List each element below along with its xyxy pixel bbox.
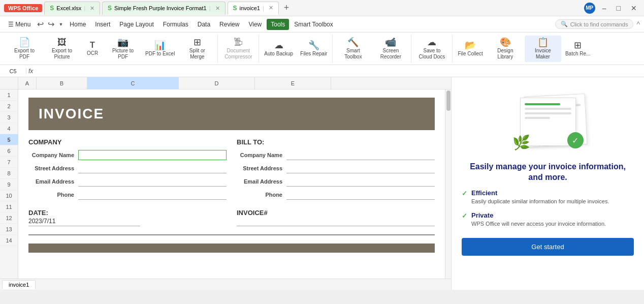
toolbar: 📄 Export to PDF 🖼 Export to Picture T OC… <box>0 33 644 65</box>
batch-icon: ⊞ <box>574 41 582 50</box>
wps-button[interactable]: WPS Office <box>4 4 42 12</box>
row-10[interactable]: 10 <box>0 190 18 201</box>
batch-button[interactable]: ⊞ Batch Re... <box>562 36 593 62</box>
get-started-button[interactable]: Get started <box>462 238 634 256</box>
picture-to-pdf-icon: 📷 <box>117 38 128 47</box>
ocr-button[interactable]: T OCR <box>81 36 104 62</box>
menu-formulas[interactable]: Formulas <box>159 19 192 30</box>
split-merge-button[interactable]: ⊞ Split or Merge <box>179 36 215 62</box>
invoice-maker-button[interactable]: 📋 Invoice Maker <box>525 36 561 62</box>
toolbar-group-cloud: ☁ Auto Backup 🔧 Files Repair <box>259 35 333 63</box>
email-address-field: Email Address <box>28 176 227 187</box>
export-pdf-button[interactable]: 📄 Export to PDF <box>6 36 43 62</box>
export-picture-button[interactable]: 🖼 Export to Picture <box>44 36 80 62</box>
toolbar-group-save: ☁ Save to Cloud Docs <box>411 35 453 63</box>
invoice-maker-icon: 📋 <box>537 38 549 47</box>
menu-smart-toolbox[interactable]: Smart Toolbox <box>290 19 337 30</box>
simple-tab-close[interactable]: ✕ <box>215 5 220 12</box>
menu-insert[interactable]: Insert <box>91 19 114 30</box>
row-12[interactable]: 12 <box>0 212 18 224</box>
menu-page-layout[interactable]: Page Layout <box>115 19 157 30</box>
row-8[interactable]: 8 <box>0 168 18 179</box>
screen-recorder-button[interactable]: 📹 Screen Recorder <box>372 36 409 62</box>
row-5[interactable]: 5 <box>0 134 18 145</box>
tab-excel[interactable]: S Excel.xlsx | ✕ <box>44 2 100 15</box>
pdf-to-excel-button[interactable]: 📊 PDF to Excel <box>142 36 178 62</box>
illustration-container: 🌿 ✓ <box>502 87 594 154</box>
row-4[interactable]: 4 <box>0 123 18 134</box>
row-13[interactable]: 13 <box>0 224 18 235</box>
collapse-ribbon-button[interactable]: ^ <box>636 20 640 28</box>
col-header-d[interactable]: D <box>179 77 255 89</box>
files-repair-button[interactable]: 🔧 Files Repair <box>297 36 330 62</box>
row-7[interactable]: 7 <box>0 157 18 168</box>
row-9[interactable]: 9 <box>0 179 18 190</box>
row-14[interactable]: 14 <box>0 235 18 246</box>
billto-company-name-input[interactable] <box>286 150 435 160</box>
menu-data[interactable]: Data <box>194 19 214 30</box>
smart-toolbox-button[interactable]: 🔨 Smart Toolbox <box>335 36 371 62</box>
billto-street-input[interactable] <box>286 163 435 173</box>
undo-button[interactable]: ↩ <box>36 18 45 30</box>
date-value: 2023/7/11 <box>28 218 227 225</box>
tab-split-1: | <box>84 5 85 11</box>
row-11[interactable]: 11 <box>0 201 18 212</box>
leaf-decoration: 🌿 <box>512 134 530 151</box>
menu-button[interactable]: ☰ Menu <box>4 19 35 30</box>
tab-simple[interactable]: S Simple Fresh Purple Invoice Format1 | … <box>102 2 225 15</box>
date-line <box>28 226 140 226</box>
row-6[interactable]: 6 <box>0 145 18 157</box>
billto-company-name-field: Company Name <box>237 150 435 160</box>
excel-tab-label: Excel.xlsx <box>56 5 81 11</box>
add-tab-button[interactable]: + <box>281 3 293 13</box>
billto-email-input[interactable] <box>286 176 435 187</box>
illus-front-line-2 <box>525 108 571 110</box>
minimize-button[interactable]: – <box>599 3 609 13</box>
search-box[interactable]: 🔍 Click to find commands <box>555 19 634 29</box>
save-cloud-button[interactable]: ☁ Save to Cloud Docs <box>413 36 450 62</box>
street-address-input[interactable] <box>78 163 227 173</box>
company-name-input[interactable] <box>78 150 227 160</box>
invoice-company-col: COMPANY Company Name Street Address Emai… <box>28 138 227 203</box>
email-address-input[interactable] <box>78 176 227 187</box>
vertical-scrollbar[interactable] <box>445 89 451 279</box>
row-3[interactable]: 3 <box>0 112 18 123</box>
doc-compressor-button[interactable]: 🗜 Document Compressor <box>220 36 256 62</box>
save-cloud-icon: ☁ <box>427 38 436 47</box>
picture-to-pdf-button[interactable]: 📷 Picture to PDF <box>105 36 141 62</box>
row-1[interactable]: 1 <box>0 89 18 101</box>
invoice-header: INVOICE <box>28 98 435 130</box>
menu-home[interactable]: Home <box>66 19 90 30</box>
billto-phone-field: Phone <box>237 190 435 200</box>
simple-tab-icon: S <box>108 5 112 12</box>
billto-phone-input[interactable] <box>286 190 435 200</box>
tab-invoice1[interactable]: S invoice1 | ✕ <box>228 2 279 15</box>
menu-view[interactable]: View <box>244 19 266 30</box>
col-header-a[interactable]: A <box>18 77 37 89</box>
date-label: DATE: <box>28 209 227 217</box>
menu-review[interactable]: Review <box>215 19 243 30</box>
right-panel: 🌿 ✓ Easily manage your invoice informati… <box>451 77 644 290</box>
file-collect-button[interactable]: 📂 File Collect <box>455 36 486 62</box>
search-placeholder: Click to find commands <box>570 21 628 27</box>
redo-button[interactable]: ↪ <box>46 18 56 30</box>
col-header-e[interactable]: E <box>255 77 331 89</box>
toolbar-group-compress: 🗜 Document Compressor <box>218 35 259 63</box>
menu-bar: ☰ Menu ↩ ↪ ▼ Home Insert Page Layout For… <box>0 16 644 33</box>
excel-tab-close[interactable]: ✕ <box>90 5 94 12</box>
col-header-c[interactable]: C <box>87 77 179 89</box>
sheet-body: 1 2 3 4 5 6 7 8 9 10 11 12 13 14 <box>0 89 451 279</box>
design-library-button[interactable]: 🎨 Design Library <box>487 36 524 62</box>
row-2[interactable]: 2 <box>0 101 18 112</box>
auto-backup-button[interactable]: ☁ Auto Backup <box>261 36 296 62</box>
maximize-button[interactable]: □ <box>614 3 624 13</box>
menu-tools[interactable]: Tools <box>267 19 289 30</box>
invoice1-tab-close[interactable]: ✕ <box>269 5 273 11</box>
row-num-header <box>0 77 18 89</box>
undo-dropdown[interactable]: ▼ <box>57 21 65 28</box>
phone-input[interactable] <box>78 190 227 200</box>
col-header-b[interactable]: B <box>37 77 87 89</box>
sheet-tab-invoice1[interactable]: invoice1 <box>2 280 36 289</box>
close-button[interactable]: ✕ <box>628 3 640 13</box>
cell-reference[interactable]: C5 <box>0 68 26 74</box>
